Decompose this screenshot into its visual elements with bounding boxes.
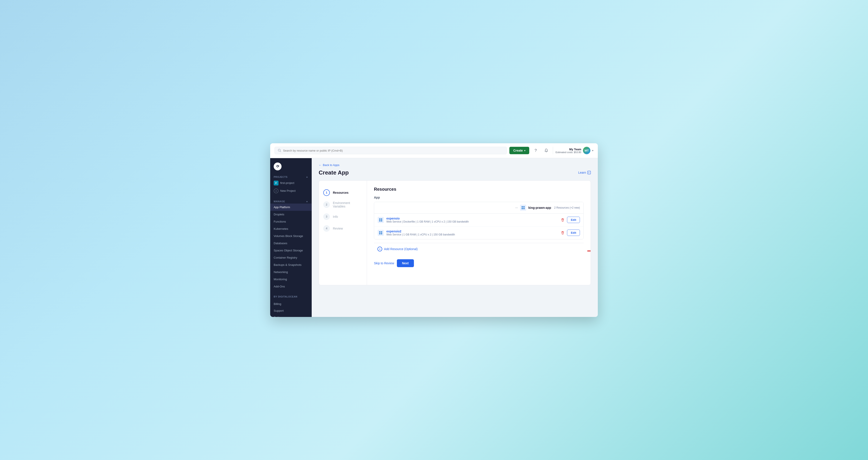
- sidebar-item-kubernetes[interactable]: Kubernetes: [270, 225, 312, 233]
- search-input[interactable]: [283, 149, 503, 152]
- grid-icon: [521, 206, 525, 210]
- app-resource-count: 2 Resources (+2 new): [554, 206, 580, 209]
- service-icon-2: [379, 231, 382, 235]
- svg-rect-8: [379, 218, 380, 220]
- resource-actions-1: Edit: [560, 217, 580, 223]
- sidebar-item-databases[interactable]: Databases: [270, 240, 312, 247]
- monitoring-label: Monitoring: [274, 278, 287, 281]
- manage-section-label: MANAGE ▲: [270, 198, 312, 204]
- sidebar-item-settings[interactable]: Settings: [270, 314, 312, 317]
- content: ← Back to Apps Create App Learn ?: [312, 158, 598, 317]
- svg-rect-9: [381, 218, 382, 220]
- next-button[interactable]: Next: [397, 259, 414, 267]
- sidebar-item-backups[interactable]: Backups & Snapshots: [270, 261, 312, 269]
- sidebar-item-first-project[interactable]: F first-project: [270, 179, 312, 187]
- sidebar-item-new-project[interactable]: + New Project: [270, 187, 312, 195]
- trash-icon-1: [561, 218, 564, 222]
- sidebar-logo: ⟳: [270, 162, 312, 174]
- project-name-first: first-project: [280, 181, 294, 185]
- project-dot-first: F: [274, 181, 278, 185]
- step-1-resources[interactable]: 1 Resources: [323, 187, 362, 198]
- bell-icon: [544, 149, 548, 152]
- help-icon: ?: [535, 148, 537, 153]
- app-icon: [520, 205, 526, 211]
- edit-resource-2-button[interactable]: Edit: [567, 229, 580, 236]
- search-icon: [278, 149, 281, 152]
- create-label: Create: [513, 149, 523, 152]
- new-project-label: New Project: [280, 189, 296, 192]
- addons-label: Add-Ons: [274, 285, 285, 288]
- action-footer: Skip to Review Next: [374, 259, 584, 267]
- sidebar-item-functions[interactable]: Functions: [270, 218, 312, 225]
- svg-rect-7: [523, 208, 525, 209]
- svg-rect-5: [523, 206, 525, 208]
- projects-collapse-icon[interactable]: ▲: [306, 176, 308, 178]
- avatar: MT: [583, 147, 590, 154]
- delete-resource-1-button[interactable]: [560, 217, 565, 222]
- back-to-apps-link[interactable]: ← Back to Apps: [319, 163, 591, 167]
- svg-rect-11: [381, 220, 382, 221]
- resource-row-expensio2: expensio2 Web Service | 1 GB RAM | 1 vCP…: [374, 226, 583, 239]
- sidebar-item-networking[interactable]: Networking: [270, 269, 312, 276]
- svg-text:?: ?: [588, 172, 590, 174]
- help-button[interactable]: ?: [532, 147, 540, 154]
- app-group: — king-prawn-app 2 Resources (+2: [374, 202, 584, 239]
- team-name: My Team: [556, 148, 581, 151]
- svg-rect-10: [379, 220, 380, 221]
- edit-resource-1-button[interactable]: Edit: [567, 217, 580, 223]
- logo-icon: ⟳: [274, 162, 282, 171]
- skip-to-review-link[interactable]: Skip to Review: [374, 262, 394, 265]
- notifications-button[interactable]: [542, 147, 550, 154]
- app-group-collapse-icon[interactable]: —: [515, 206, 518, 209]
- search-bar[interactable]: [275, 147, 507, 154]
- step-3-info[interactable]: 3 Info: [323, 211, 362, 222]
- sidebar-item-addons[interactable]: Add-Ons: [270, 283, 312, 290]
- svg-rect-15: [381, 233, 382, 234]
- create-button[interactable]: Create ▾: [509, 147, 529, 154]
- new-project-icon: +: [274, 188, 278, 193]
- sidebar-item-droplets[interactable]: Droplets: [270, 211, 312, 218]
- trash-icon-2: [561, 231, 564, 235]
- manage-collapse-icon[interactable]: ▲: [306, 200, 308, 203]
- resource-name-2: expensio2: [386, 229, 557, 233]
- sidebar-item-app-platform[interactable]: App Platform: [270, 204, 312, 211]
- sidebar-item-monitoring[interactable]: Monitoring: [270, 276, 312, 283]
- delete-resource-2-button[interactable]: [560, 230, 565, 236]
- step-3-number: 3: [323, 213, 330, 220]
- step-3-label: Info: [333, 215, 338, 218]
- svg-rect-13: [381, 231, 382, 233]
- container-registry-label: Container Registry: [274, 256, 297, 259]
- page-title: Create App: [319, 169, 349, 176]
- svg-line-1: [280, 151, 281, 152]
- step-4-label: Review: [333, 227, 343, 230]
- networking-label: Networking: [274, 270, 288, 274]
- add-resource-section[interactable]: + Add Resource (Optional): [374, 243, 584, 255]
- resource-info-1: expensio Web Service | Dockerfile | 1 GB…: [386, 217, 557, 223]
- team-text: My Team Estimated costs: $53.80: [556, 148, 581, 154]
- sidebar-item-container-registry[interactable]: Container Registry: [270, 254, 312, 261]
- sidebar-item-spaces[interactable]: Spaces Object Storage: [270, 247, 312, 254]
- app-name: king-prawn-app: [528, 206, 551, 210]
- sidebar-item-support[interactable]: Support: [270, 307, 312, 314]
- step-2-env[interactable]: 2 Environment Variables: [323, 198, 362, 211]
- app-platform-label: App Platform: [274, 206, 290, 209]
- team-chevron-icon[interactable]: ▾: [592, 149, 593, 152]
- team-cost: Estimated costs: $53.80: [556, 151, 581, 154]
- resource-icon-2: [378, 230, 384, 236]
- svg-rect-4: [522, 206, 523, 208]
- resource-details-1: Web Service | Dockerfile | 1 GB RAM | 1 …: [386, 220, 557, 223]
- page-header: Create App Learn ?: [319, 169, 591, 176]
- step-4-review[interactable]: 4 Review: [323, 222, 362, 234]
- wizard-card: 1 Resources 2 Environment Variables 3: [319, 180, 591, 285]
- topbar-right: Create ▾ ? My Team Estimated costs: $53.…: [509, 147, 593, 154]
- resource-actions-2: Edit: [560, 229, 580, 236]
- team-info: My Team Estimated costs: $53.80 MT ▾: [553, 147, 593, 154]
- sidebar-bottom: Billing Support Settings: [270, 299, 312, 317]
- sidebar-item-volumes[interactable]: Volumes Block Storage: [270, 233, 312, 240]
- resource-info-2: expensio2 Web Service | 1 GB RAM | 1 vCP…: [386, 229, 557, 236]
- sidebar-item-billing[interactable]: Billing: [270, 301, 312, 307]
- step-1-label: Resources: [333, 191, 349, 194]
- learn-link[interactable]: Learn ?: [578, 171, 591, 174]
- step-1-number: 1: [323, 189, 330, 196]
- step-2-label: Environment Variables: [333, 201, 362, 208]
